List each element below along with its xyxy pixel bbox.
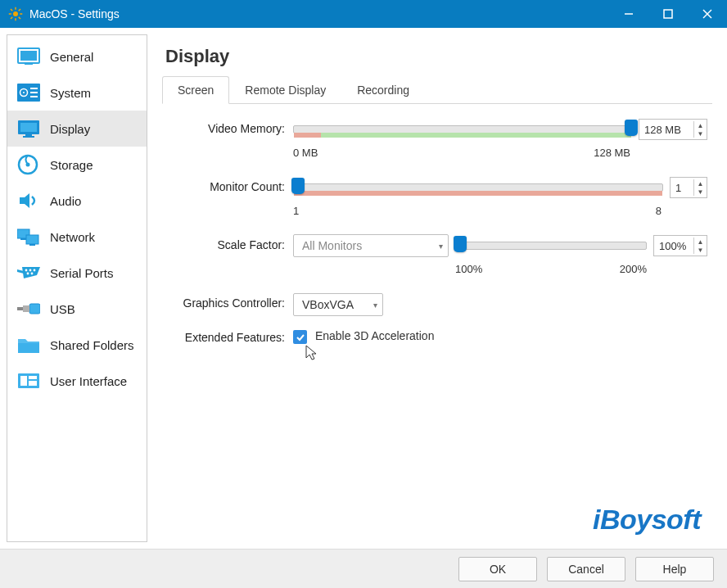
svg-rect-38 xyxy=(23,305,29,312)
graphics-controller-dropdown[interactable]: VBoxVGA ▾ xyxy=(293,293,383,316)
svg-rect-37 xyxy=(29,304,40,314)
video-memory-min: 0 MB xyxy=(293,147,318,159)
scale-factor-label: Scale Factor: xyxy=(154,235,293,251)
svg-rect-39 xyxy=(17,307,23,310)
svg-line-6 xyxy=(19,17,20,19)
svg-rect-10 xyxy=(664,10,672,18)
sidebar-item-serial-ports[interactable]: Serial Ports xyxy=(7,255,147,291)
sidebar-item-user-interface[interactable]: User Interface xyxy=(7,363,147,399)
sidebar-item-label: Audio xyxy=(50,194,81,208)
monitor-count-max: 8 xyxy=(656,205,662,217)
watermark-logo: iBoysoft xyxy=(593,504,701,536)
sidebar-item-label: USB xyxy=(50,302,75,316)
enable-3d-label: Enable 3D Acceleration xyxy=(315,329,435,342)
sidebar-item-label: General xyxy=(50,50,93,64)
svg-rect-21 xyxy=(30,96,38,97)
scale-factor-slider[interactable] xyxy=(455,242,647,250)
window-title: MacOS - Settings xyxy=(29,7,120,20)
svg-rect-23 xyxy=(20,123,37,132)
monitor-count-label: Monitor Count: xyxy=(154,177,293,193)
svg-line-8 xyxy=(19,9,20,11)
enable-3d-checkbox[interactable] xyxy=(293,330,307,344)
user-interface-icon xyxy=(17,371,40,391)
folder-icon xyxy=(17,335,40,355)
svg-rect-30 xyxy=(20,238,26,240)
svg-rect-24 xyxy=(25,134,32,136)
audio-icon xyxy=(17,191,40,210)
titlebar: MacOS - Settings xyxy=(0,0,727,28)
sidebar-item-label: Storage xyxy=(50,158,93,172)
svg-point-32 xyxy=(25,269,28,272)
ok-button[interactable]: OK xyxy=(458,557,537,581)
video-memory-spin[interactable]: 128 MB ▲▼ xyxy=(639,119,707,140)
svg-rect-14 xyxy=(20,51,37,61)
video-memory-max: 128 MB xyxy=(594,147,630,159)
sidebar-item-general[interactable]: General xyxy=(7,38,147,75)
network-icon xyxy=(17,227,40,247)
sidebar-item-label: Display xyxy=(50,122,90,136)
sidebar-item-system[interactable]: System xyxy=(7,75,147,111)
sidebar-item-label: User Interface xyxy=(50,374,127,388)
display-icon xyxy=(17,119,40,138)
svg-rect-20 xyxy=(30,92,38,93)
sidebar-item-label: Shared Folders xyxy=(50,338,134,352)
svg-rect-43 xyxy=(29,376,37,379)
cancel-button[interactable]: Cancel xyxy=(547,557,625,581)
svg-line-5 xyxy=(11,9,12,11)
maximize-button[interactable] xyxy=(648,0,688,28)
sidebar-item-label: Serial Ports xyxy=(50,266,114,280)
scale-factor-min: 100% xyxy=(455,263,482,275)
svg-point-35 xyxy=(27,273,29,275)
svg-point-33 xyxy=(29,269,32,272)
svg-point-0 xyxy=(13,11,18,16)
tab-recording[interactable]: Recording xyxy=(341,76,425,104)
svg-point-34 xyxy=(34,269,36,272)
svg-rect-15 xyxy=(25,63,33,65)
storage-icon xyxy=(17,155,40,174)
serial-port-icon xyxy=(17,263,40,283)
video-memory-label: Video Memory: xyxy=(154,119,293,135)
svg-rect-31 xyxy=(29,244,35,246)
sidebar-item-network[interactable]: Network xyxy=(7,219,147,255)
page-title: Display xyxy=(154,34,720,75)
svg-rect-19 xyxy=(30,88,38,89)
video-memory-slider[interactable] xyxy=(293,125,632,133)
cursor-icon xyxy=(305,344,319,364)
svg-point-18 xyxy=(23,92,25,93)
svg-point-36 xyxy=(31,273,34,275)
svg-rect-44 xyxy=(29,381,37,386)
svg-rect-42 xyxy=(20,376,27,386)
dialog-footer: OK Cancel Help xyxy=(0,549,727,588)
svg-rect-40 xyxy=(18,343,39,353)
sidebar-item-label: Network xyxy=(50,230,95,244)
scale-factor-spin[interactable]: 100% ▲▼ xyxy=(653,235,707,256)
minimize-button[interactable] xyxy=(609,0,648,28)
extended-features-label: Extended Features: xyxy=(154,328,293,344)
sidebar-item-usb[interactable]: USB xyxy=(7,291,147,327)
monitor-count-spin[interactable]: 1 ▲▼ xyxy=(670,177,707,198)
close-button[interactable] xyxy=(688,0,727,28)
monitor-count-slider[interactable] xyxy=(293,183,663,192)
scale-factor-max: 200% xyxy=(620,263,647,275)
usb-icon xyxy=(17,299,40,319)
sidebar-item-display[interactable]: Display xyxy=(7,111,147,147)
system-icon xyxy=(17,83,40,102)
general-icon xyxy=(17,47,40,66)
sidebar-item-storage[interactable]: Storage xyxy=(7,147,147,183)
category-sidebar: General System Display Storage Audio xyxy=(7,34,147,542)
chevron-down-icon: ▾ xyxy=(439,242,443,251)
chevron-down-icon: ▾ xyxy=(373,301,377,310)
tabbar: Screen Remote Display Recording xyxy=(162,75,712,104)
settings-gear-icon xyxy=(8,7,23,21)
svg-rect-25 xyxy=(23,136,34,138)
sidebar-item-shared-folders[interactable]: Shared Folders xyxy=(7,327,147,363)
sidebar-item-label: System xyxy=(50,86,91,100)
svg-line-7 xyxy=(11,17,12,19)
graphics-controller-label: Graphics Controller: xyxy=(154,293,293,310)
tab-remote-display[interactable]: Remote Display xyxy=(229,76,341,104)
scale-factor-monitors-dropdown[interactable]: All Monitors ▾ xyxy=(293,234,449,257)
sidebar-item-audio[interactable]: Audio xyxy=(7,183,147,219)
tab-screen[interactable]: Screen xyxy=(162,76,229,104)
monitor-count-min: 1 xyxy=(293,205,299,217)
help-button[interactable]: Help xyxy=(635,557,714,581)
